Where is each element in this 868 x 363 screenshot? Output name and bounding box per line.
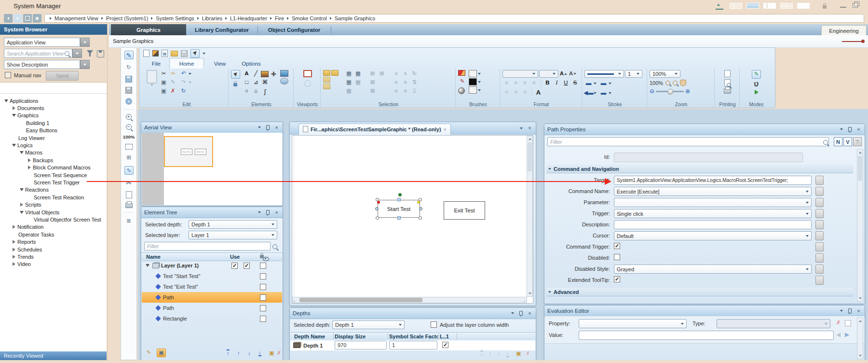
font-family-select[interactable] [502,70,538,78]
ribbon-tab-view[interactable]: View [207,59,233,69]
redo-icon[interactable]: ↷ [179,79,188,86]
property-select[interactable] [579,319,687,328]
breadcrumb-item[interactable]: L1-Headquarter [230,15,267,21]
select-none-icon[interactable]: ▦ [345,87,353,95]
zoom-level-select[interactable]: 100% [650,70,680,78]
align-text-right-icon[interactable]: ≡ [521,79,529,87]
presenter-icon[interactable] [716,3,723,10]
evaluation-editor-close-icon[interactable]: × [855,308,862,314]
tree-item-block-command-macros[interactable]: Block Command Macros [0,164,107,171]
line-cap-icon[interactable]: ▬ [584,80,593,87]
edit-mode-tool-icon[interactable]: ✎ [124,51,134,59]
font-style-select[interactable] [539,70,558,78]
print-preview-icon[interactable] [724,79,731,86]
selected-layer-select[interactable]: Layer 1 [189,231,277,239]
description-selector[interactable]: Show Description [4,60,80,69]
ribbon-tab-options[interactable]: Options [236,59,267,69]
breadcrumb-item[interactable]: Fire [275,15,284,21]
layout-single-icon[interactable] [797,3,810,9]
cursor-browse-button[interactable] [815,231,824,240]
ellipse-tool-icon[interactable]: ○ [243,87,251,95]
depths-selected-depth-select[interactable]: Depth 1 [332,321,405,329]
zoom-100-tool[interactable]: 100% [123,134,135,140]
rotate-icon[interactable]: ↻ [410,70,419,78]
favorite-star-icon[interactable]: ★ [33,14,41,23]
tree-item-logics[interactable]: Logics [0,141,107,149]
pattern-swatch-dropdown-icon[interactable] [478,89,481,91]
depth-to-top-icon[interactable]: ↑ [480,350,483,357]
design-mode-icon[interactable]: ✎ [752,70,761,79]
print-icon[interactable] [724,88,731,94]
redo-dropdown-icon[interactable] [189,82,191,84]
send-button[interactable]: Send [46,71,79,81]
element-row-path[interactable]: Path [142,303,282,313]
display-size-input[interactable] [335,341,387,349]
apply-forward-icon[interactable]: ▶ [845,331,849,338]
adjust-layer-width-checkbox[interactable] [431,321,437,328]
paste-button[interactable] [147,70,157,86]
print-tool-icon[interactable] [125,203,133,208]
tree-item-reports[interactable]: Reports [0,238,107,245]
filter-funnel-icon[interactable] [87,50,93,56]
stroke-swatch[interactable] [469,78,477,85]
save-disabled-icon[interactable] [181,50,188,57]
document-tab[interactable]: Fir...aphics\ScreenTestSampleGraphic * (… [298,124,451,135]
node-tool-icon[interactable]: ⋈ [125,179,133,187]
cut-icon[interactable]: ✂ [160,70,168,78]
path-properties-pin-icon[interactable] [847,126,853,133]
rectangle-tool-icon[interactable]: □ [243,79,251,86]
open-icon[interactable] [171,51,178,56]
path-properties-filter-input[interactable] [547,137,829,146]
new-document-icon[interactable] [143,50,149,57]
viewport-shape-icon[interactable] [304,80,311,87]
tree-item-applications[interactable]: Applications [0,97,107,104]
copy-visible-layer-icon[interactable]: ▣ [157,349,166,357]
symbol-scale-input[interactable] [389,341,437,349]
distribute-icon[interactable]: Ξ [410,87,419,95]
tree-item-operator-tasks[interactable]: Operator Tasks [0,231,107,238]
curve-tool-icon[interactable]: ʃ [261,87,269,95]
paste-special-icon[interactable]: ✎ [169,79,177,86]
page-setup-icon[interactable] [724,70,731,77]
rotate-handle[interactable] [398,193,402,196]
filter-help-button[interactable]: ? [853,137,862,146]
evaluation-editor-collapse-icon[interactable] [838,308,844,314]
bring-forward-icon[interactable]: ⊞ [368,79,377,86]
fit-view-tool-icon[interactable]: ⊞ [125,154,133,162]
group-icon[interactable] [323,70,330,76]
depth-row[interactable]: Depth 1 ✓ [290,340,535,350]
tree-item-trends[interactable]: Trends [0,253,107,260]
flip-icon[interactable]: ⇅ [410,79,419,86]
breadcrumb-item[interactable]: System Settings [156,15,194,21]
description-browse-button[interactable] [815,220,824,229]
target-input[interactable] [614,176,812,185]
fill-brush-icon[interactable] [458,70,465,76]
command-navigation-section[interactable]: Command and Navigation [546,165,853,173]
type-select[interactable] [717,319,830,328]
lock-tool-icon[interactable] [231,80,239,87]
tree-item-building-1[interactable]: Building 1 [0,119,107,126]
resize-handle-n[interactable] [397,198,401,201]
bring-front-icon[interactable]: ⊞ [368,70,377,78]
tree-item-schedules[interactable]: Schedules [0,246,107,253]
add-depth-icon[interactable]: ▣ [516,350,521,357]
scroll-down-icon[interactable] [527,291,532,296]
disabled-style-browse-button[interactable] [815,265,824,274]
add-element-icon[interactable]: ▣ [269,350,274,356]
element-row-layer[interactable]: Layer (Layer 1) ✓✓ [142,260,282,271]
resize-handle-e[interactable] [419,207,422,210]
format-painter-icon[interactable]: ✑ [169,70,177,78]
refresh-icon[interactable]: ↻ [179,87,188,95]
font-dialog-icon[interactable]: A [534,88,542,96]
ribbon-tab-file[interactable]: File [145,59,167,69]
save-tool-icon[interactable] [125,76,132,83]
depth-to-bottom-icon[interactable]: ↓ [506,350,509,357]
tree-item-macros[interactable]: Macros [0,149,107,156]
start-test-selection[interactable]: Start Test [376,198,422,220]
resize-handle-sw[interactable] [376,216,379,220]
tree-item-screen-test-sequence[interactable]: Screen Test Sequence [0,171,107,179]
align-middle-icon[interactable]: ≡ [401,79,409,86]
restore-button[interactable] [853,3,858,8]
line-tool-icon[interactable]: ╱ [252,70,260,78]
cursor-select[interactable]: Default [614,231,812,240]
